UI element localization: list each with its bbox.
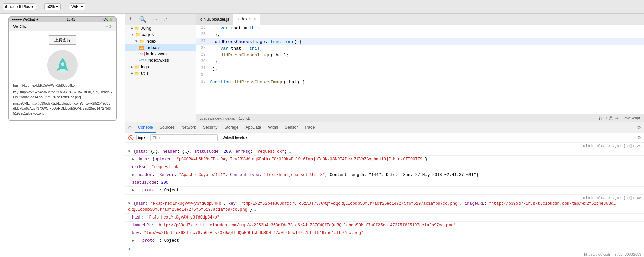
position-label: 行 27, 列 24 JavaScript bbox=[599, 115, 640, 121]
folder-icon-pages: 📁 bbox=[135, 32, 140, 37]
phone-header-icons: ··· ⊙ bbox=[105, 24, 112, 29]
tree-item-index-wxml[interactable]: <> index.wxml bbox=[125, 51, 196, 57]
svg-point-1 bbox=[61, 62, 64, 66]
battery-status: 6% 🔋 bbox=[103, 18, 113, 21]
tree-label-index-wxml: index.wxml bbox=[146, 51, 168, 56]
tree-label-utils: utils bbox=[141, 71, 149, 76]
phone-status-bar: ●●●●● WeChat ✦ 10:41 6% 🔋 bbox=[9, 17, 116, 22]
network-selector[interactable]: WiFi ▾ bbox=[69, 3, 85, 10]
phone-image-area bbox=[47, 50, 78, 80]
tree-item-wing[interactable]: ▶ 📁 .wing bbox=[125, 25, 196, 31]
devtools-gear-icon[interactable]: ⚙ bbox=[637, 125, 641, 130]
add-tab-button[interactable]: + bbox=[125, 16, 136, 23]
wxml-file-icon: <> bbox=[139, 52, 145, 56]
devtools-tab-sources[interactable]: Sources bbox=[156, 122, 178, 133]
tab-indexJs[interactable]: index.js × bbox=[233, 14, 260, 25]
tab-qiniuUploader[interactable]: qiniuUploader.js bbox=[196, 14, 233, 25]
expand-arrow-data[interactable] bbox=[132, 157, 134, 162]
code-editor-content[interactable]: 25 var that = this; 26 }, 27 didPressCho… bbox=[196, 25, 644, 114]
signal-status: ●●●●● WeChat ✦ bbox=[12, 18, 39, 21]
chevron-down-icon: ▾ bbox=[56, 4, 58, 9]
chevron-right-icon-utils: ▶ bbox=[131, 71, 133, 75]
tree-label-logs: logs bbox=[141, 64, 149, 69]
devtools-pointer-icon[interactable]: ⊙ bbox=[128, 125, 132, 130]
devtools-more-icon[interactable]: ⋮ bbox=[629, 124, 635, 131]
console-entry-2-proto[interactable]: __proto__: Object bbox=[125, 237, 644, 245]
code-line-32: 32 bbox=[196, 72, 644, 79]
expand-arrow-header[interactable] bbox=[132, 173, 134, 177]
console-clear-button[interactable]: 🚫 bbox=[128, 135, 134, 140]
phone-header-title: WeChat bbox=[13, 24, 29, 29]
top-toolbar: iPhone 6 Plus ▾ 50% ▾ WiFi ▾ bbox=[0, 0, 644, 14]
folder-icon-logs: 📁 bbox=[135, 65, 140, 69]
zoom-selector[interactable]: 50% ▾ bbox=[44, 3, 61, 10]
console-source-1: qiniuUploader.js? [sm]:129 bbox=[125, 144, 644, 148]
console-source-2: qiniuUploader.js? [sm]:105 bbox=[125, 196, 644, 200]
devtools-tab-sensor[interactable]: Sensor bbox=[281, 122, 301, 133]
chevron-right-icon: ▶ bbox=[131, 26, 133, 30]
devtools-tab-wxml[interactable]: Wxml bbox=[264, 122, 281, 133]
tree-item-utils[interactable]: ▶ 📁 utils bbox=[125, 70, 196, 76]
code-line-25: 25 var that = this; bbox=[196, 25, 644, 32]
console-entry-1-header[interactable]: header: {Server: "Apache-Coyote/1.1", Co… bbox=[125, 171, 644, 179]
phone-body: ●●●●● WeChat ✦ 10:41 6% 🔋 WeChat ··· ⊙ 上… bbox=[8, 16, 117, 121]
code-line-31: 31 }); bbox=[196, 66, 644, 72]
console-output[interactable]: qiniuUploader.js? [sm]:129 {data: {…}, h… bbox=[125, 143, 644, 257]
tree-label-index-wxss: index.wxss bbox=[147, 58, 169, 63]
console-level-selector[interactable]: Default levels ▾ bbox=[221, 135, 249, 140]
tree-item-pages[interactable]: ▼ 📁 pages bbox=[125, 31, 196, 38]
more-tab-button[interactable]: ··· bbox=[150, 17, 161, 22]
phone-wechat-header: WeChat ··· ⊙ bbox=[9, 22, 116, 31]
upload-button[interactable]: 上传图片 bbox=[49, 35, 76, 45]
main-layout: ●●●●● WeChat ✦ 10:41 6% 🔋 WeChat ··· ⊙ 上… bbox=[0, 14, 644, 257]
top-context-selector[interactable]: top ▾ bbox=[136, 135, 147, 140]
devtools-tab-bar: ⊙ Console Sources Network Security Stora… bbox=[125, 122, 644, 133]
chevron-down-icon: ▼ bbox=[131, 33, 134, 36]
console-entry-2-imageurl: imageURL: "http://p39od7k1r.bkt.clouddn.… bbox=[125, 222, 644, 229]
console-prompt[interactable]: › bbox=[125, 245, 644, 253]
code-line-29: 29 didPressChooesImage(that); bbox=[196, 52, 644, 59]
console-entry-1[interactable]: {data: {…}, header: {…}, statusCode: 200… bbox=[125, 148, 644, 156]
console-entry-1-proto[interactable]: __proto__: Object bbox=[125, 187, 644, 195]
phone-hash-info: hash: FkJp-hexLMkOgVAW-y3fd0dp84ko key: … bbox=[13, 83, 112, 116]
devtools-tab-storage[interactable]: Storage bbox=[221, 122, 242, 133]
console-entry-1-statuscode: statusCode: 200 bbox=[125, 179, 644, 187]
console-filter-input[interactable] bbox=[150, 134, 218, 141]
console-entry-2[interactable]: {hash: "FkJp-hexLMkOgVAW-y3fd0dp84ko", k… bbox=[125, 200, 644, 214]
tree-item-logs[interactable]: ▶ 📁 logs bbox=[125, 63, 196, 70]
code-tab-bar: qiniuUploader.js index.js × bbox=[196, 14, 644, 25]
chevron-down-icon-index: ▼ bbox=[135, 39, 138, 43]
editor-tab-bar: + 🔍 ··· ⇌ bbox=[125, 14, 196, 25]
devtools-tab-trace[interactable]: Trace bbox=[301, 122, 318, 133]
device-selector[interactable]: iPhone 6 Plus ▾ bbox=[3, 3, 36, 10]
code-line-30: 30 } bbox=[196, 59, 644, 66]
tree-item-index-js[interactable]: JS index.js bbox=[125, 44, 196, 51]
image-url-text: imageURL: http://p39od7k1r.bkt.clouddn.c… bbox=[13, 101, 112, 116]
expand-arrow-2[interactable] bbox=[128, 201, 130, 206]
tree-label-index-folder: index bbox=[146, 38, 156, 44]
file-tree-panel: + 🔍 ··· ⇌ ▶ 📁 .wing ▼ 📁 pages ▼ bbox=[125, 14, 196, 122]
split-tab-button[interactable]: ⇌ bbox=[160, 17, 171, 22]
devtools-tab-network[interactable]: Network bbox=[178, 122, 200, 133]
tree-item-index-wxss[interactable]: wxss index.wxss bbox=[125, 57, 196, 63]
expand-arrow-1[interactable] bbox=[128, 149, 130, 154]
rocket-svg-icon bbox=[56, 57, 69, 74]
code-editor-panel: qiniuUploader.js index.js × 25 var that … bbox=[196, 14, 644, 122]
devtools-tab-console[interactable]: Console bbox=[135, 122, 156, 133]
js-file-icon: JS bbox=[139, 46, 144, 50]
tree-item-index-folder[interactable]: ▼ 📁 index bbox=[125, 38, 196, 44]
expand-arrow-proto1[interactable] bbox=[132, 188, 134, 193]
tree-label-wing: .wing bbox=[141, 26, 151, 31]
tab-label-indexJs: index.js bbox=[237, 17, 251, 21]
devtools-tab-appdata[interactable]: AppData bbox=[242, 122, 264, 133]
code-line-28: 28 var that = this; bbox=[196, 45, 644, 52]
expand-arrow-proto2[interactable] bbox=[132, 238, 134, 243]
devtools-tab-security[interactable]: Security bbox=[200, 122, 221, 133]
divider-1 bbox=[40, 3, 40, 11]
tab-close-icon[interactable]: × bbox=[253, 16, 256, 22]
console-entry-1-data[interactable]: data: {uptoken: "pCGCRW4U5hR8sFPoH9Ay_Ie… bbox=[125, 156, 644, 163]
console-settings-icon[interactable]: ⚙ bbox=[637, 135, 641, 140]
network-label: WiFi bbox=[71, 4, 79, 9]
search-tab-button[interactable]: 🔍 bbox=[136, 16, 150, 23]
divider-2 bbox=[65, 3, 65, 11]
